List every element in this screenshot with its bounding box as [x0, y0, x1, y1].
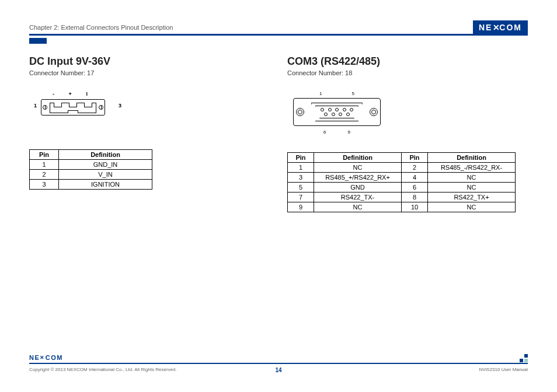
db9-plate	[293, 98, 381, 126]
com3-title: COM3 (RS422/485)	[287, 55, 528, 68]
db9-label-6: 6	[323, 130, 326, 135]
header-accent-mark	[29, 38, 47, 44]
db9-pin-icon	[324, 113, 328, 116]
dc-connector-diagram: - + I 1 3	[29, 91, 123, 123]
table-row: 9NC10NC	[288, 202, 516, 212]
th-def: Definition	[428, 153, 516, 163]
th-pin: Pin	[30, 150, 59, 160]
db9-pin-icon	[346, 113, 350, 116]
db9-pin-icon	[332, 113, 335, 116]
logo-x-icon: ✕	[493, 23, 499, 32]
dc-input-title: DC Input 9V-36V	[29, 55, 270, 68]
dc-pin-icon	[84, 103, 92, 107]
table-row: 3IGNITION	[30, 180, 152, 190]
table-row: 7RS422_TX-8RS422_TX+	[288, 192, 516, 202]
screw-icon	[296, 108, 304, 116]
table-row: 3RS485_+/RS422_RX+4NC	[288, 173, 516, 183]
page-number: 14	[0, 367, 557, 373]
db9-shell	[311, 103, 363, 121]
screw-icon	[99, 105, 103, 110]
dc-connector-number: Connector Number: 17	[29, 69, 270, 76]
db9-pin-icon	[339, 113, 342, 116]
db9-pin-icon	[335, 108, 339, 111]
db9-pin-icon	[343, 108, 346, 111]
com3-pinout-table: Pin Definition Pin Definition 1NC2RS485_…	[287, 152, 516, 212]
dc-connector-body	[41, 99, 105, 116]
dc-input-section: DC Input 9V-36V Connector Number: 17 - +…	[29, 55, 270, 212]
content-area: DC Input 9V-36V Connector Number: 17 - +…	[29, 55, 528, 212]
footer-logo: NE✕COM	[29, 354, 63, 361]
com3-section: COM3 (RS422/485) Connector Number: 18 1 …	[287, 55, 528, 212]
dc-pin-label-3: 3	[119, 103, 121, 108]
th-pin: Pin	[288, 153, 314, 163]
header-rule	[29, 34, 528, 36]
footer-rule	[29, 363, 528, 364]
db9-connector-diagram: 1 5	[287, 91, 387, 135]
table-row: 1NC2RS485_-/RS422_RX-	[288, 163, 516, 173]
db9-label-5: 5	[352, 91, 354, 96]
nexcom-logo: NE✕COM	[473, 20, 528, 34]
page-header: Chapter 2: External Connectors Pinout De…	[29, 20, 528, 34]
chapter-title: Chapter 2: External Connectors Pinout De…	[29, 24, 173, 31]
dc-notch-icon	[68, 110, 78, 113]
screw-icon	[43, 105, 47, 110]
dc-label-minus: -	[53, 91, 54, 97]
db9-label-1: 1	[319, 91, 322, 96]
db9-pin-icon	[350, 108, 353, 111]
th-def: Definition	[314, 153, 402, 163]
db9-label-9: 9	[348, 130, 350, 135]
dc-pinout-table: Pin Definition 1GND_IN 2V_IN 3IGNITION	[29, 149, 152, 190]
dc-pin-icon	[54, 103, 62, 107]
table-row: 1GND_IN	[30, 160, 152, 170]
com3-connector-number: Connector Number: 18	[287, 69, 528, 76]
screw-icon	[370, 108, 378, 116]
th-def: Definition	[59, 150, 152, 160]
table-row: 5GND6NC	[288, 183, 516, 192]
table-row: 2V_IN	[30, 170, 152, 180]
db9-pin-icon	[328, 108, 332, 111]
dc-label-plus: +	[69, 91, 72, 97]
footer-mark-icon	[520, 354, 528, 362]
dc-label-i: I	[86, 91, 88, 97]
th-pin: Pin	[402, 153, 428, 163]
dc-pin-label-1: 1	[34, 103, 37, 108]
db9-pin-icon	[321, 108, 324, 111]
dc-pin-icon	[69, 103, 77, 107]
